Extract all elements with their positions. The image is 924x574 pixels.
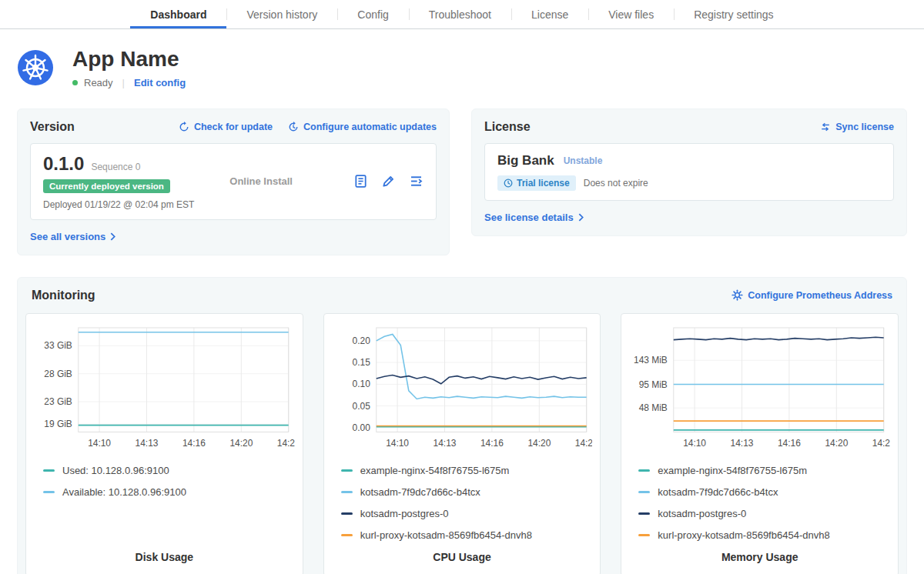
sync-license-link[interactable]: Sync license xyxy=(820,122,894,132)
charts-row: 14:1014:1314:1614:2014:2319 GiB23 GiB28 … xyxy=(25,313,899,574)
version-number-row: 0.1.0 Sequence 0 xyxy=(43,153,194,175)
svg-text:14:10: 14:10 xyxy=(88,438,111,449)
top-nav: Dashboard Version history Config Trouble… xyxy=(0,0,924,29)
legend-color-dash xyxy=(341,469,353,472)
chevron-right-icon xyxy=(110,232,116,241)
tab-config[interactable]: Config xyxy=(337,0,408,28)
clock-icon xyxy=(504,179,513,188)
dashboard-page: App Name Ready | Edit config Version xyxy=(0,29,924,574)
see-license-details-row: See license details xyxy=(484,212,894,223)
tab-troubleshoot[interactable]: Troubleshoot xyxy=(409,0,511,28)
app-header-text: App Name Ready | Edit config xyxy=(72,48,186,88)
see-all-versions-link[interactable]: See all versions xyxy=(30,231,116,242)
legend-color-dash xyxy=(638,491,650,493)
tab-label: Dashboard xyxy=(150,8,206,21)
disk-usage-chart: 14:1014:1314:1614:2014:2319 GiB23 GiB28 … xyxy=(34,322,295,458)
legend-label: kotsadm-7f9dc7d66c-b4tcx xyxy=(360,486,480,498)
legend-color-dash xyxy=(341,534,353,536)
svg-text:14:20: 14:20 xyxy=(825,438,849,449)
legend-color-dash xyxy=(638,469,650,472)
chart-legend: example-nginx-54f8f76755-l675mkotsadm-7f… xyxy=(341,465,593,541)
line-chart: 14:1014:1314:1614:2014:230.000.050.100.1… xyxy=(332,322,593,458)
legend-color-dash xyxy=(341,512,353,515)
tab-label: View files xyxy=(608,8,654,21)
chart-legend: example-nginx-54f8f76755-l675mkotsadm-7f… xyxy=(638,465,890,541)
configure-prometheus-link[interactable]: Configure Prometheus Address xyxy=(732,289,892,301)
legend-color-dash xyxy=(638,512,650,515)
svg-text:14:16: 14:16 xyxy=(778,438,801,449)
svg-text:19 GiB: 19 GiB xyxy=(44,419,72,429)
legend-item: kotsadm-7f9dc7d66c-b4tcx xyxy=(638,486,890,498)
tab-version-history[interactable]: Version history xyxy=(226,0,337,28)
svg-text:0.00: 0.00 xyxy=(352,422,370,433)
configure-automatic-updates-link[interactable]: Configure automatic updates xyxy=(288,122,437,132)
tab-label: Config xyxy=(357,8,388,21)
legend-item: example-nginx-54f8f76755-l675m xyxy=(638,465,890,476)
legend-label: kotsadm-postgres-0 xyxy=(658,508,746,519)
svg-text:95 MiB: 95 MiB xyxy=(639,379,668,389)
status-badge: Ready xyxy=(84,77,113,88)
customer-name: Big Bank xyxy=(497,153,554,169)
legend-item: kurl-proxy-kotsadm-8569fb6454-dnvh8 xyxy=(341,529,593,541)
memory-usage-chart: 14:1014:1314:1614:2014:2348 MiB95 MiB143… xyxy=(629,322,890,458)
svg-text:33 GiB: 33 GiB xyxy=(44,340,72,351)
deployed-version-badge: Currently deployed version xyxy=(43,179,170,193)
cpu-usage-chart: 14:1014:1314:1614:2014:230.000.050.100.1… xyxy=(332,322,593,458)
svg-text:14:10: 14:10 xyxy=(386,438,409,449)
legend-label: Used: 10.128.0.96:9100 xyxy=(62,465,169,476)
svg-text:0.20: 0.20 xyxy=(352,335,370,346)
svg-text:14:13: 14:13 xyxy=(731,438,754,449)
legend-label: kotsadm-7f9dc7d66c-b4tcx xyxy=(658,486,778,498)
disk-usage-chart-card: 14:1014:1314:1614:2014:2319 GiB23 GiB28 … xyxy=(25,313,303,574)
svg-text:14:16: 14:16 xyxy=(480,438,504,449)
monitoring-section: Monitoring Configure Prometheus Address … xyxy=(17,277,907,574)
kubernetes-logo-icon xyxy=(17,49,54,86)
tab-registry-settings[interactable]: Registry settings xyxy=(674,0,793,28)
see-license-details-label: See license details xyxy=(484,212,574,223)
license-expiration: Does not expire xyxy=(584,178,648,189)
check-for-update-link[interactable]: Check for update xyxy=(179,122,273,132)
legend-label: kotsadm-postgres-0 xyxy=(360,508,449,519)
tab-view-files[interactable]: View files xyxy=(588,0,674,28)
tab-license[interactable]: License xyxy=(511,0,588,28)
version-action-icons xyxy=(353,174,424,189)
monitoring-title: Monitoring xyxy=(32,289,95,302)
release-notes-button[interactable] xyxy=(353,174,368,189)
svg-text:14:13: 14:13 xyxy=(433,438,456,449)
license-card-header: License Sync license xyxy=(484,120,894,134)
legend-item: kurl-proxy-kotsadm-8569fb6454-dnvh8 xyxy=(638,529,890,541)
divider: | xyxy=(122,77,125,88)
see-license-details-link[interactable]: See license details xyxy=(484,212,584,223)
svg-text:14:23: 14:23 xyxy=(872,438,890,449)
release-notes-icon xyxy=(353,174,368,189)
edit-config-link[interactable]: Edit config xyxy=(134,77,186,88)
svg-text:14:23: 14:23 xyxy=(277,438,295,449)
line-chart: 14:1014:1314:1614:2014:2348 MiB95 MiB143… xyxy=(629,322,890,458)
svg-text:14:23: 14:23 xyxy=(574,438,592,449)
tab-label: Version history xyxy=(246,8,317,21)
refresh-icon xyxy=(179,122,189,132)
edit-pencil-icon xyxy=(381,174,396,189)
view-logs-button[interactable] xyxy=(409,174,424,189)
line-chart: 14:1014:1314:1614:2014:2319 GiB23 GiB28 … xyxy=(34,322,295,458)
configure-automatic-updates-label: Configure automatic updates xyxy=(303,122,437,132)
sequence-label: Sequence 0 xyxy=(91,162,140,172)
legend-color-dash xyxy=(43,491,55,493)
license-info-box: Big Bank Unstable Trial license Does not… xyxy=(484,143,894,201)
channel-label: Unstable xyxy=(564,155,603,166)
legend-color-dash xyxy=(638,534,650,536)
legend-item: kotsadm-postgres-0 xyxy=(638,508,890,519)
check-for-update-label: Check for update xyxy=(194,122,273,132)
sync-license-label: Sync license xyxy=(835,122,894,132)
legend-item: example-nginx-54f8f76755-l675m xyxy=(341,465,593,476)
install-type-label: Online Install xyxy=(229,175,293,187)
see-all-versions-label: See all versions xyxy=(30,231,105,242)
edit-config-button[interactable] xyxy=(381,174,396,189)
monitoring-header: Monitoring Configure Prometheus Address xyxy=(32,289,892,302)
chart-legend: Used: 10.128.0.96:9100Available: 10.128.… xyxy=(43,465,295,498)
legend-color-dash xyxy=(341,491,353,493)
legend-label: example-nginx-54f8f76755-l675m xyxy=(360,465,510,476)
tab-dashboard[interactable]: Dashboard xyxy=(130,0,226,28)
app-status-row: Ready | Edit config xyxy=(72,77,186,88)
tab-label: License xyxy=(531,8,568,21)
